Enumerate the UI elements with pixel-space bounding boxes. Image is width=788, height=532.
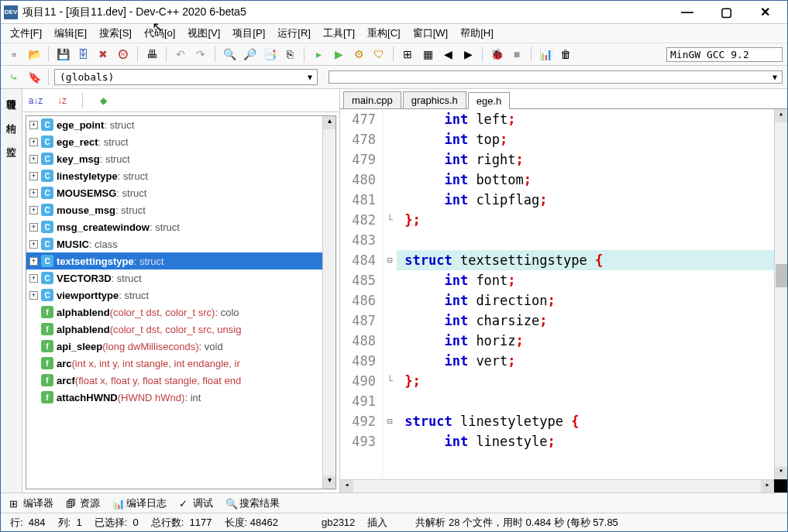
tree-item[interactable]: +CMOUSEMSG: struct — [26, 184, 336, 201]
bottom-tab[interactable]: 📊编译日志 — [107, 494, 172, 513]
menu-item[interactable]: 代码[o] — [139, 25, 180, 42]
code-area[interactable]: int left; int top; int right; int bottom… — [397, 109, 787, 493]
stop-icon[interactable]: ■ — [508, 46, 525, 63]
expand-icon[interactable]: + — [29, 274, 38, 283]
bottom-tab[interactable]: ✓调试 — [174, 494, 219, 513]
tree-item[interactable]: +Cege_point: struct — [26, 116, 336, 133]
expand-icon[interactable]: + — [29, 257, 38, 266]
fwd-icon[interactable]: ▶ — [459, 46, 477, 63]
expand-icon[interactable]: + — [29, 138, 38, 146]
menu-item[interactable]: 搜索[S] — [95, 25, 136, 42]
findfiles-icon[interactable]: 📑 — [261, 46, 278, 63]
tree-item[interactable]: +CVECTOR3D: struct — [26, 269, 336, 287]
editor-tab[interactable]: graphics.h — [403, 91, 466, 108]
bottom-tab[interactable]: 🔍搜索结果 — [220, 494, 285, 513]
new-file-icon[interactable]: ▫ — [5, 46, 22, 63]
menu-item[interactable]: 工具[T] — [318, 25, 360, 42]
sort-type-icon[interactable]: ↓z — [53, 92, 71, 109]
bottom-tab[interactable]: ⊞编译器 — [4, 494, 59, 513]
tree-item[interactable]: falphablend (color_t dst, color_t src, u… — [26, 321, 336, 338]
goto-def-icon[interactable]: ⤷ — [5, 69, 22, 86]
sort-alpha-icon[interactable]: a↓z — [27, 92, 44, 109]
back-icon[interactable]: ◀ — [439, 46, 456, 63]
close-button[interactable]: ✕ — [745, 2, 784, 23]
tree-item[interactable]: +Cmouse_msg: struct — [26, 201, 336, 218]
tree-item[interactable]: falphablend (color_t dst, color_t src): … — [26, 304, 336, 321]
scroll-thumb[interactable] — [776, 264, 787, 287]
menu-item[interactable]: 窗口[W] — [408, 25, 453, 42]
editor-hscrollbar[interactable]: ◂ ▸ — [340, 479, 774, 493]
menu-item[interactable]: 重构[C] — [363, 25, 405, 42]
delprofile-icon[interactable]: 🗑 — [557, 46, 574, 63]
menu-item[interactable]: 文件[F] — [5, 25, 46, 42]
scroll-up-icon[interactable]: ▴ — [775, 109, 787, 122]
tree-item[interactable]: +Cege_rect: struct — [26, 133, 336, 150]
tree-item[interactable]: +Ctextsettingstype: struct — [26, 252, 336, 269]
open-icon[interactable]: 📂 — [26, 46, 43, 63]
expand-icon[interactable]: + — [29, 291, 38, 300]
goto-icon[interactable]: ⎘ — [281, 46, 298, 63]
editor-tab[interactable]: main.cpp — [343, 91, 401, 108]
expand-icon[interactable]: + — [29, 240, 38, 249]
expand-icon[interactable]: + — [29, 172, 38, 180]
rebuild-icon[interactable]: 🛡 — [370, 46, 387, 63]
tree-item[interactable]: +Cviewporttype: struct — [26, 287, 336, 304]
expand-icon[interactable]: + — [29, 223, 38, 232]
member-combo[interactable]: ▼ — [329, 70, 783, 84]
scroll-down-icon[interactable]: ▾ — [775, 466, 787, 479]
tree-item[interactable]: +Clinestyletype: struct — [26, 167, 336, 184]
undo-icon[interactable]: ↶ — [172, 46, 189, 63]
maximize-button[interactable]: ▢ — [707, 2, 745, 23]
winlist-icon[interactable]: ⊞ — [399, 46, 416, 63]
scroll-up-icon[interactable]: ▴ — [323, 116, 336, 129]
expand-icon[interactable]: + — [29, 121, 38, 129]
minimize-button[interactable]: — — [668, 2, 707, 23]
scroll-down-icon[interactable]: ▾ — [323, 475, 336, 489]
compile-icon[interactable]: ▸ — [310, 46, 327, 63]
tree-item[interactable]: fattachHWND (HWND hWnd): int — [26, 389, 336, 406]
tab-icon: 📊 — [112, 498, 123, 509]
bottom-tab[interactable]: 🗐资源 — [60, 494, 105, 513]
replace-icon[interactable]: 🔎 — [241, 46, 258, 63]
close-file-icon[interactable]: ✖ — [95, 46, 112, 63]
expand-icon[interactable]: + — [29, 155, 38, 163]
scope-combo[interactable]: (globals)▼ — [54, 69, 318, 85]
bookmark-icon[interactable]: 🔖 — [26, 69, 43, 86]
editor-tab[interactable]: ege.h — [468, 92, 511, 109]
tree-item-args: (float x, float y, float stangle, float … — [75, 375, 241, 386]
expand-icon[interactable]: + — [29, 206, 38, 215]
menu-item[interactable]: 帮助[H] — [456, 25, 498, 42]
scroll-right-icon[interactable]: ▸ — [761, 480, 774, 493]
run-icon[interactable]: ▶ — [330, 46, 347, 63]
tree-item[interactable]: farc (int x, int y, int stangle, int end… — [26, 355, 336, 372]
fullscreen-icon[interactable]: ▦ — [419, 46, 436, 63]
find-icon[interactable]: 🔍 — [221, 46, 238, 63]
expand-icon[interactable]: + — [29, 189, 38, 197]
print-icon[interactable]: 🖶 — [143, 46, 160, 63]
tree-item[interactable]: +CMUSIC: class — [26, 235, 336, 252]
closeall-icon[interactable]: ⮿ — [115, 46, 132, 63]
tree-item[interactable]: fapi_sleep (long dwMilliseconds): void — [26, 338, 336, 355]
redo-icon[interactable]: ↷ — [192, 46, 209, 63]
debug-icon[interactable]: 🐞 — [488, 46, 505, 63]
class-icon: C — [41, 255, 53, 267]
tree-item[interactable]: +Ckey_msg: struct — [26, 150, 336, 167]
menu-item[interactable]: 编辑[E] — [50, 25, 91, 42]
scroll-left-icon[interactable]: ◂ — [340, 480, 353, 493]
view-mode-icon[interactable]: ◆ — [95, 92, 112, 109]
save-icon[interactable]: 💾 — [54, 46, 71, 63]
compilerun-icon[interactable]: ⚙ — [350, 46, 367, 63]
tree-scrollbar[interactable]: ▴ ▾ — [322, 116, 336, 489]
code-editor[interactable]: 4774784794804814824834844854864874884894… — [340, 109, 787, 493]
fold-column[interactable]: └⊟└⊟ — [383, 109, 397, 493]
compiler-select[interactable]: MinGW GCC 9.2 — [666, 47, 783, 62]
editor-vscrollbar[interactable]: ▴ ▾ — [774, 109, 787, 479]
tree-item[interactable]: farcf (float x, float y, float stangle, … — [26, 372, 336, 389]
saveall-icon[interactable]: 🗄 — [74, 46, 91, 63]
menu-item[interactable]: 项目[P] — [228, 25, 270, 42]
tree-item[interactable]: +Cmsg_createwindow: struct — [26, 218, 336, 235]
profile-icon[interactable]: 📊 — [537, 46, 554, 63]
menu-item[interactable]: 运行[R] — [273, 25, 315, 42]
menu-item[interactable]: 视图[V] — [183, 25, 225, 42]
class-tree[interactable]: +Cege_point: struct+Cege_rect: struct+Ck… — [26, 115, 336, 489]
